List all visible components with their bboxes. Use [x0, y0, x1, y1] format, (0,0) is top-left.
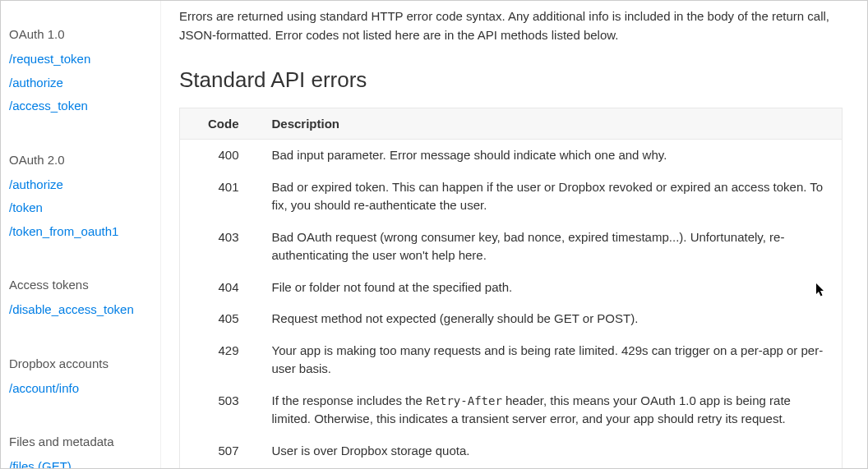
error-description: File or folder not found at the specifie…	[262, 272, 843, 304]
error-code: 503	[180, 385, 262, 435]
error-description: Request method not expected (generally s…	[262, 303, 843, 335]
error-code: 400	[180, 140, 262, 172]
nav-section-oauth2: OAuth 2.0 /authorize /token /token_from_…	[9, 138, 160, 244]
error-code: 405	[180, 303, 262, 335]
table-row: 401 Bad or expired token. This can happe…	[180, 172, 843, 222]
nav-section-title: OAuth 2.0	[9, 138, 160, 167]
error-code: 5xx	[180, 467, 262, 468]
table-header-code: Code	[180, 108, 262, 140]
retry-after-header: Retry-After	[426, 394, 502, 407]
nav-section-title: Access tokens	[9, 263, 160, 292]
nav-link-authorize2[interactable]: /authorize	[9, 173, 160, 197]
section-heading-errors: Standard API errors	[179, 67, 843, 93]
table-row: 403 Bad OAuth request (wrong consumer ke…	[180, 222, 843, 272]
error-description: Your app is making too many requests and…	[262, 335, 843, 385]
error-codes-table: Code Description 400 Bad input parameter…	[179, 108, 843, 468]
sidebar-nav: OAuth 1.0 /request_token /authorize /acc…	[1, 1, 161, 468]
nav-section-title: OAuth 1.0	[9, 9, 160, 41]
error-description: Bad or expired token. This can happen if…	[262, 172, 843, 222]
error-description: Server error. Check DropboxOps.	[262, 467, 843, 468]
table-row: 5xx Server error. Check DropboxOps.	[180, 467, 843, 468]
error-code: 401	[180, 172, 262, 222]
error-code: 404	[180, 272, 262, 304]
main-content: Errors are returned using standard HTTP …	[161, 1, 867, 468]
table-row: 503 If the response includes the Retry-A…	[180, 385, 843, 435]
nav-section-dropbox-accounts: Dropbox accounts /account/info	[9, 342, 160, 401]
error-code: 403	[180, 222, 262, 272]
error-description: If the response includes the Retry-After…	[262, 385, 843, 435]
nav-link-token-from-oauth1[interactable]: /token_from_oauth1	[9, 220, 160, 244]
nav-link-access-token[interactable]: /access_token	[9, 94, 160, 118]
table-row: 405 Request method not expected (general…	[180, 303, 843, 335]
table-row: 400 Bad input parameter. Error message s…	[180, 140, 843, 172]
nav-link-authorize[interactable]: /authorize	[9, 71, 160, 95]
error-code: 507	[180, 435, 262, 467]
error-code: 429	[180, 335, 262, 385]
error-description: Bad OAuth request (wrong consumer key, b…	[262, 222, 843, 272]
nav-link-files-get[interactable]: /files (GET)	[9, 455, 160, 468]
nav-link-account-info[interactable]: /account/info	[9, 377, 160, 401]
nav-link-request-token[interactable]: /request_token	[9, 48, 160, 71]
nav-section-files-metadata: Files and metadata /files (GET) /files_p…	[9, 420, 160, 468]
error-description: Bad input parameter. Error message shoul…	[262, 140, 843, 172]
table-header-description: Description	[262, 108, 843, 140]
nav-section-title: Files and metadata	[9, 420, 160, 448]
nav-section-oauth1: OAuth 1.0 /request_token /authorize /acc…	[9, 9, 160, 118]
table-row: 507 User is over Dropbox storage quota.	[180, 435, 843, 467]
nav-section-title: Dropbox accounts	[9, 342, 160, 370]
nav-link-token[interactable]: /token	[9, 196, 160, 220]
table-row: 404 File or folder not found at the spec…	[180, 272, 843, 304]
intro-paragraph: Errors are returned using standard HTTP …	[179, 7, 843, 44]
nav-link-disable-access-token[interactable]: /disable_access_token	[9, 298, 160, 322]
table-row: 429 Your app is making too many requests…	[180, 335, 843, 385]
nav-section-access-tokens: Access tokens /disable_access_token	[9, 263, 160, 322]
error-description: User is over Dropbox storage quota.	[262, 435, 843, 467]
